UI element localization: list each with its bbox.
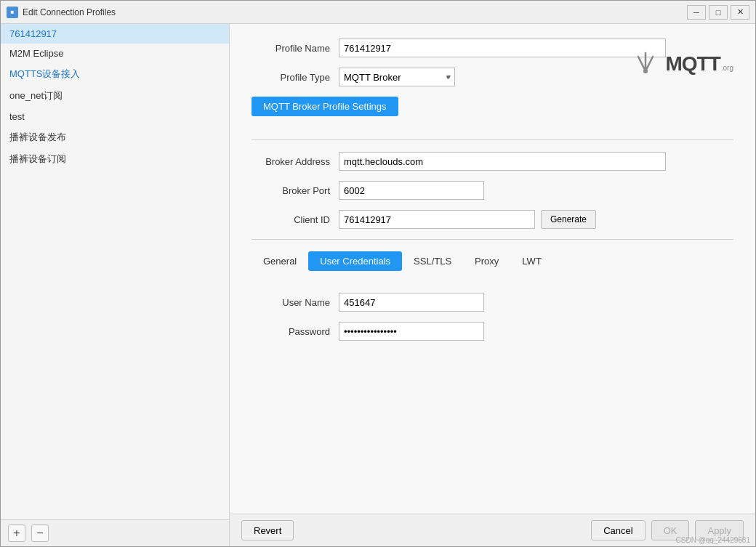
- mqtt-brand-text: MQTT: [665, 52, 720, 76]
- tab-proxy[interactable]: Proxy: [463, 251, 510, 271]
- broker-address-input[interactable]: [339, 152, 666, 171]
- sidebar-footer: + −: [1, 519, 229, 546]
- add-profile-button[interactable]: +: [8, 524, 25, 542]
- sidebar-item-test[interactable]: test: [1, 107, 229, 126]
- sidebar-item-subscribe[interactable]: 播裤设备订阅: [1, 148, 229, 170]
- sidebar-item-761412917[interactable]: 761412917: [1, 24, 229, 44]
- divider-1: [252, 139, 733, 140]
- maximize-button[interactable]: □: [709, 5, 728, 20]
- watermark: CSDN @qq_24429681: [676, 536, 750, 544]
- profile-type-select-wrapper: MQTT Broker MQTT Client ▼: [339, 68, 455, 86]
- mqtt-logo-text: MQTT .org: [665, 52, 733, 76]
- broker-address-row: Broker Address: [252, 152, 733, 171]
- broker-port-label: Broker Port: [252, 185, 339, 196]
- sidebar-item-publish[interactable]: 播裤设备发布: [1, 126, 229, 148]
- svg-point-0: [643, 69, 648, 73]
- window-icon: ■: [7, 7, 18, 18]
- password-label: Password: [252, 326, 339, 337]
- sidebar-item-mqtts[interactable]: MQTTS设备接入: [1, 63, 229, 85]
- remove-profile-button[interactable]: −: [31, 524, 49, 542]
- mqtt-antenna-icon: [627, 49, 664, 78]
- content-area: 761412917 M2M Eclipse MQTTS设备接入 one_net订…: [1, 24, 755, 546]
- window-controls: ─ □ ✕: [687, 5, 749, 20]
- credentials-section: User Name Password: [252, 285, 733, 358]
- sidebar-item-m2m-eclipse[interactable]: M2M Eclipse: [1, 44, 229, 63]
- mqtt-logo: MQTT .org: [627, 49, 733, 78]
- sidebar-list: 761412917 M2M Eclipse MQTTS设备接入 one_net订…: [1, 24, 229, 519]
- tab-general[interactable]: General: [252, 251, 308, 271]
- tabs-row: General User Credentials SSL/TLS Proxy L…: [252, 251, 733, 271]
- sidebar: 761412917 M2M Eclipse MQTTS设备接入 one_net订…: [1, 24, 230, 546]
- tab-ssl-tls[interactable]: SSL/TLS: [402, 251, 463, 271]
- form-content: Profile Name Profile Type MQTT Broker MQ…: [230, 24, 755, 514]
- mqtt-profile-settings-button[interactable]: MQTT Broker Profile Settings: [252, 97, 398, 116]
- profile-name-input[interactable]: [339, 39, 666, 57]
- password-input[interactable]: [339, 322, 484, 341]
- window-title: Edit Connection Profiles: [23, 7, 687, 17]
- tab-user-credentials[interactable]: User Credentials: [308, 251, 402, 271]
- close-button[interactable]: ✕: [731, 5, 749, 20]
- form-header: Profile Name Profile Type MQTT Broker MQ…: [252, 39, 733, 86]
- profile-type-control: MQTT Broker MQTT Client ▼: [339, 68, 455, 86]
- main-panel: Profile Name Profile Type MQTT Broker MQ…: [230, 24, 755, 546]
- client-id-input[interactable]: [339, 210, 535, 229]
- profile-type-select[interactable]: MQTT Broker MQTT Client: [339, 68, 455, 86]
- profile-type-label: Profile Type: [252, 72, 339, 83]
- username-input[interactable]: [339, 293, 484, 312]
- divider-2: [252, 239, 733, 240]
- profile-type-row: Profile Type MQTT Broker MQTT Client ▼: [252, 68, 733, 86]
- broker-address-label: Broker Address: [252, 156, 339, 167]
- cancel-button[interactable]: Cancel: [591, 520, 645, 540]
- broker-port-input[interactable]: [339, 181, 484, 200]
- client-id-row: Client ID Generate: [252, 210, 733, 229]
- broker-port-row: Broker Port: [252, 181, 733, 200]
- profile-name-label: Profile Name: [252, 43, 339, 54]
- generate-button[interactable]: Generate: [541, 210, 596, 229]
- sidebar-item-one-net[interactable]: one_net订阅: [1, 85, 229, 107]
- minimize-button[interactable]: ─: [687, 5, 706, 20]
- main-window: ■ Edit Connection Profiles ─ □ ✕ 7614129…: [0, 0, 756, 547]
- username-row: User Name: [252, 293, 733, 312]
- section-button-row: MQTT Broker Profile Settings: [252, 97, 733, 128]
- tab-lwt[interactable]: LWT: [510, 251, 552, 271]
- client-id-label: Client ID: [252, 214, 339, 225]
- mqtt-org-text: .org: [721, 64, 733, 72]
- password-row: Password: [252, 322, 733, 341]
- bottom-left-buttons: Revert: [241, 520, 294, 540]
- revert-button[interactable]: Revert: [241, 520, 294, 540]
- title-bar: ■ Edit Connection Profiles ─ □ ✕: [1, 1, 755, 24]
- username-label: User Name: [252, 297, 339, 308]
